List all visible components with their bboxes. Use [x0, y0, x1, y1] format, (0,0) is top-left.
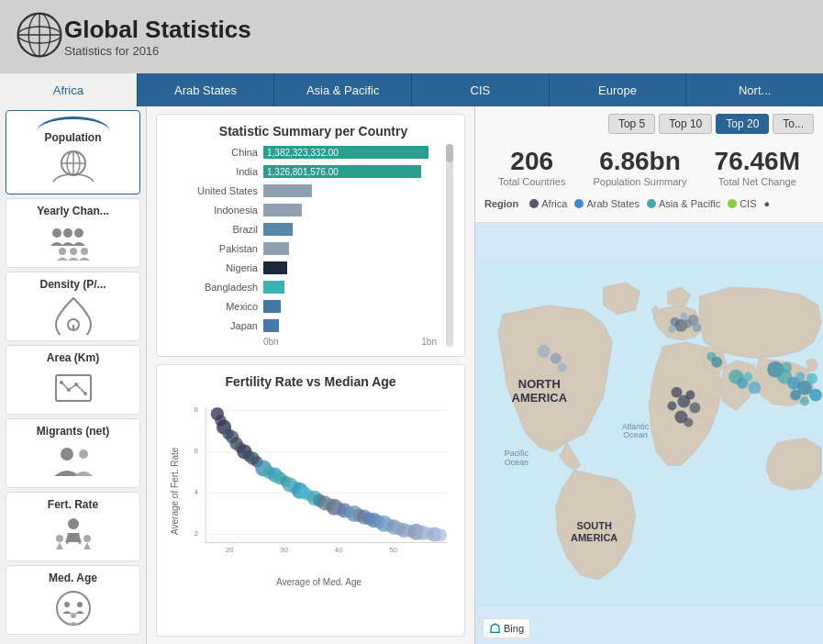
top-20-button[interactable]: Top 20 — [716, 114, 769, 134]
sidebar-item-fert-rate[interactable]: Fert. Rate — [6, 492, 140, 561]
top-5-button[interactable]: Top 5 — [608, 114, 655, 134]
bing-badge: ☖ Bing — [483, 618, 530, 638]
svg-point-108 — [668, 326, 675, 333]
bar-track-brazil — [263, 223, 437, 236]
asia-legend-text: Asia & Pacific — [659, 198, 720, 209]
svg-text:4: 4 — [195, 488, 199, 496]
arab-legend-text: Arab States — [586, 198, 639, 209]
bar-track-indonesia — [263, 204, 437, 217]
bar-fill-indonesia — [263, 204, 302, 217]
svg-point-22 — [61, 448, 73, 461]
bar-label-india: India — [172, 166, 263, 177]
svg-text:Ocean: Ocean — [505, 458, 528, 467]
stat-net-value: 76.46M — [715, 147, 800, 176]
scatter-svg: 8 6 4 2 — [183, 394, 455, 575]
nav-item-europe[interactable]: Europe — [550, 73, 687, 106]
sidebar-item-migrants[interactable]: Migrants (net) — [6, 418, 140, 488]
svg-point-110 — [711, 357, 722, 368]
nav-bar: Africa Arab States Asia & Pacific CIS Eu… — [0, 73, 823, 106]
legend-cis: CIS — [728, 198, 756, 209]
scatter-x-label: Average of Med. Age — [183, 577, 455, 587]
map-container: NORTH AMERICA SOUTH AMERICA Pacific Ocea… — [475, 223, 823, 644]
nav-item-africa[interactable]: Africa — [0, 73, 138, 106]
bar-row-pakistan: Pakistan — [172, 240, 437, 257]
svg-point-19 — [67, 388, 71, 392]
bar-row-mexico: Mexico — [172, 298, 437, 315]
legend-asia: Asia & Pacific — [647, 198, 720, 209]
svg-point-13 — [70, 248, 77, 255]
bar-label-us: United States — [172, 185, 263, 196]
svg-point-14 — [81, 248, 88, 255]
world-map-svg: NORTH AMERICA SOUTH AMERICA Pacific Ocea… — [475, 223, 823, 644]
cis-dot — [728, 199, 737, 208]
nav-item-cis[interactable]: CIS — [412, 73, 550, 106]
bar-value-china: 1,382,323,332.00 — [263, 148, 339, 158]
bar-track-mexico — [263, 300, 437, 313]
svg-text:Atlantic: Atlantic — [622, 422, 650, 431]
fert-rate-label: Fert. Rate — [48, 498, 98, 511]
stats-row: 206 Total Countries 6.86bn Population Su… — [484, 141, 814, 193]
svg-point-126 — [795, 372, 805, 382]
svg-point-9 — [52, 228, 61, 238]
svg-text:50: 50 — [389, 546, 397, 554]
area-label: Area (Km) — [47, 351, 99, 364]
bar-fill-pakistan — [263, 242, 289, 255]
top-10-button[interactable]: Top 10 — [659, 114, 712, 134]
sidebar: Population Yearly Chan... — [0, 106, 147, 644]
bar-track-pakistan — [263, 242, 437, 255]
main-content: Population Yearly Chan... — [0, 106, 823, 644]
bar-value-india: 1,326,801,576.00 — [263, 167, 339, 177]
bar-label-bangladesh: Bangladesh — [172, 282, 263, 293]
svg-text:Ocean: Ocean — [623, 430, 647, 439]
nav-item-asia[interactable]: Asia & Pacific — [274, 73, 412, 106]
more-regions-indicator: ● — [763, 198, 770, 209]
header-logo — [15, 10, 64, 63]
svg-point-121 — [748, 382, 761, 394]
bar-label-nigeria: Nigeria — [172, 262, 263, 273]
arab-dot — [574, 199, 584, 208]
svg-point-134 — [558, 363, 567, 372]
top-more-button[interactable]: To... — [773, 114, 814, 134]
nav-item-arab[interactable]: Arab States — [138, 73, 275, 106]
svg-point-107 — [692, 323, 701, 332]
bar-row-china: China 1,382,323,332.00 — [172, 144, 437, 161]
svg-point-30 — [64, 602, 70, 607]
svg-point-120 — [743, 372, 752, 382]
bar-fill-japan — [263, 319, 279, 332]
density-icon — [46, 294, 101, 335]
sidebar-item-area[interactable]: Area (Km) — [6, 345, 140, 415]
bar-label-brazil: Brazil — [172, 224, 263, 235]
scatter-chart-container: Fertility Rate vs Median Age Average of … — [156, 364, 465, 637]
scatter-y-label: Average of Fert. Rate — [166, 394, 183, 587]
fert-rate-icon — [46, 515, 101, 555]
svg-line-26 — [78, 533, 80, 544]
sidebar-item-yearly-change[interactable]: Yearly Chan... — [6, 198, 140, 268]
header-title-block: Global Statistics Statistics for 2016 — [64, 16, 251, 58]
svg-point-113 — [685, 391, 695, 400]
bar-row-bangladesh: Bangladesh — [172, 279, 437, 295]
bar-row-brazil: Brazil — [172, 221, 437, 238]
svg-text:40: 40 — [335, 546, 343, 554]
bar-chart-title: Statistic Summary per Country — [172, 124, 455, 139]
bing-icon: ☖ — [489, 621, 501, 636]
bar-x-min: 0bn — [263, 337, 279, 347]
bar-fill-bangladesh — [263, 281, 284, 294]
svg-text:AMERICA: AMERICA — [512, 391, 568, 405]
active-indicator — [14, 117, 132, 131]
sidebar-item-population[interactable]: Population — [6, 110, 140, 194]
center-panel: Statistic Summary per Country China 1,38… — [147, 106, 474, 644]
bar-row-india: India 1,326,801,576.00 — [172, 163, 437, 180]
sidebar-item-density[interactable]: Density (P/... — [6, 272, 140, 341]
cis-legend-text: CIS — [740, 198, 756, 209]
bar-label-indonesia: Indonesia — [172, 205, 263, 216]
app-header: Global Statistics Statistics for 2016 — [0, 0, 823, 73]
bar-track-nigeria — [263, 261, 437, 274]
svg-point-18 — [60, 381, 63, 384]
sidebar-item-med-age[interactable]: Med. Age — [6, 565, 140, 635]
bar-track-india: 1,326,801,576.00 — [263, 165, 437, 178]
bar-track-china: 1,382,323,332.00 — [263, 146, 437, 159]
bar-track-bangladesh — [263, 281, 437, 294]
nav-item-nort[interactable]: Nort... — [686, 73, 823, 106]
svg-point-130 — [800, 397, 809, 406]
svg-point-92 — [434, 528, 447, 541]
